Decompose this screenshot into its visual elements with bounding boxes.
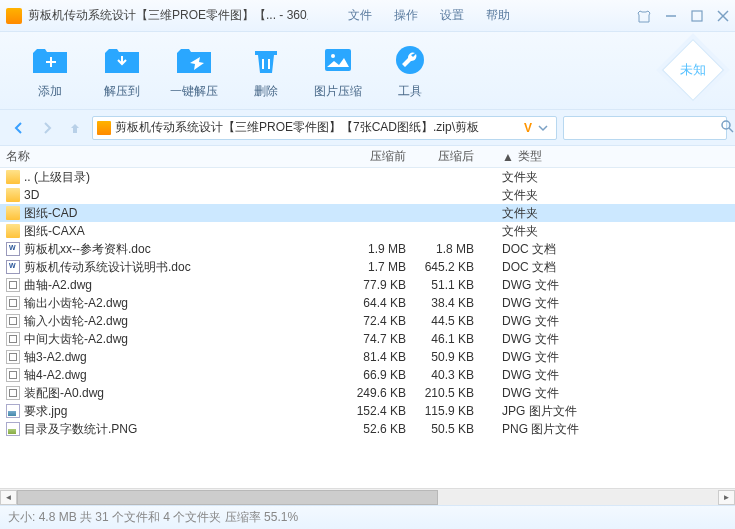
size-after: 50.5 KB bbox=[416, 422, 484, 436]
path-text: 剪板机传动系统设计【三维PROE零件图】【7张CAD图纸】.zip\剪板 bbox=[115, 119, 522, 136]
scroll-track[interactable] bbox=[17, 490, 718, 505]
size-after: 51.1 KB bbox=[416, 278, 484, 292]
table-row[interactable]: .. (上级目录)文件夹 bbox=[0, 168, 735, 186]
file-type: 文件夹 bbox=[484, 187, 634, 204]
one-click-extract-button[interactable]: 一键解压 bbox=[158, 41, 230, 100]
column-type[interactable]: ▲ 类型 bbox=[484, 148, 634, 165]
add-button[interactable]: 添加 bbox=[14, 41, 86, 100]
tools-button[interactable]: 工具 bbox=[374, 41, 446, 100]
path-dropdown-icon[interactable] bbox=[534, 123, 552, 133]
svg-point-9 bbox=[331, 54, 335, 58]
table-row[interactable]: 轴3-A2.dwg81.4 KB50.9 KBDWG 文件 bbox=[0, 348, 735, 366]
window-title: 剪板机传动系统设计【三维PROE零件图】【... - 360压缩 bbox=[28, 7, 308, 24]
menu-settings[interactable]: 设置 bbox=[440, 7, 464, 24]
folder-icon bbox=[6, 170, 20, 184]
doc-icon bbox=[6, 260, 20, 274]
doc-icon bbox=[6, 242, 20, 256]
table-row[interactable]: 3D文件夹 bbox=[0, 186, 735, 204]
column-before[interactable]: 压缩前 bbox=[348, 148, 416, 165]
size-before: 64.4 KB bbox=[348, 296, 416, 310]
file-type: DWG 文件 bbox=[484, 331, 634, 348]
search-input[interactable] bbox=[570, 121, 720, 135]
file-name: .. (上级目录) bbox=[24, 169, 90, 186]
folder-icon bbox=[6, 206, 20, 220]
size-after: 44.5 KB bbox=[416, 314, 484, 328]
svg-rect-1 bbox=[692, 11, 702, 21]
app-icon bbox=[6, 8, 22, 24]
sort-indicator-icon: ▲ bbox=[502, 150, 514, 164]
nav-forward-button[interactable] bbox=[36, 117, 58, 139]
size-after: 645.2 KB bbox=[416, 260, 484, 274]
table-row[interactable]: 中间大齿轮-A2.dwg74.7 KB46.1 KBDWG 文件 bbox=[0, 330, 735, 348]
path-input[interactable]: 剪板机传动系统设计【三维PROE零件图】【7张CAD图纸】.zip\剪板 V bbox=[92, 116, 557, 140]
file-name: 图纸-CAD bbox=[24, 205, 77, 222]
nav-back-button[interactable] bbox=[8, 117, 30, 139]
one-click-label: 一键解压 bbox=[170, 83, 218, 100]
size-before: 77.9 KB bbox=[348, 278, 416, 292]
jpg-icon bbox=[6, 404, 20, 418]
status-text: 大小: 4.8 MB 共 31 个文件和 4 个文件夹 压缩率 55.1% bbox=[8, 509, 298, 526]
file-type: 文件夹 bbox=[484, 169, 634, 186]
folder-icon bbox=[6, 188, 20, 202]
svg-line-12 bbox=[729, 128, 733, 132]
size-before: 1.9 MB bbox=[348, 242, 416, 256]
size-before: 52.6 KB bbox=[348, 422, 416, 436]
table-row[interactable]: 输出小齿轮-A2.dwg64.4 KB38.4 KBDWG 文件 bbox=[0, 294, 735, 312]
table-row[interactable]: 目录及字数统计.PNG52.6 KB50.5 KBPNG 图片文件 bbox=[0, 420, 735, 438]
size-before: 81.4 KB bbox=[348, 350, 416, 364]
size-after: 115.9 KB bbox=[416, 404, 484, 418]
toolbar: 添加 解压到 一键解压 删除 图片压缩 工具 未知 bbox=[0, 32, 735, 110]
scroll-left-button[interactable]: ◄ bbox=[0, 490, 17, 505]
table-row[interactable]: 轴4-A2.dwg66.9 KB40.3 KBDWG 文件 bbox=[0, 366, 735, 384]
file-name: 要求.jpg bbox=[24, 403, 67, 420]
search-box[interactable] bbox=[563, 116, 727, 140]
table-row[interactable]: 输入小齿轮-A2.dwg72.4 KB44.5 KBDWG 文件 bbox=[0, 312, 735, 330]
table-row[interactable]: 图纸-CAXA文件夹 bbox=[0, 222, 735, 240]
table-row[interactable]: 曲轴-A2.dwg77.9 KB51.1 KBDWG 文件 bbox=[0, 276, 735, 294]
format-badge: 未知 bbox=[669, 46, 717, 94]
table-row[interactable]: 剪板机xx--参考资料.doc1.9 MB1.8 MBDOC 文档 bbox=[0, 240, 735, 258]
column-type-label: 类型 bbox=[518, 148, 542, 165]
horizontal-scrollbar[interactable]: ◄ ► bbox=[0, 488, 735, 505]
menu-file[interactable]: 文件 bbox=[348, 7, 372, 24]
trash-icon bbox=[246, 41, 286, 79]
dwg-icon bbox=[6, 332, 20, 346]
maximize-icon[interactable] bbox=[691, 10, 703, 22]
window-controls bbox=[637, 9, 729, 23]
file-type: JPG 图片文件 bbox=[484, 403, 634, 420]
png-icon bbox=[6, 422, 20, 436]
size-before: 249.6 KB bbox=[348, 386, 416, 400]
close-icon[interactable] bbox=[717, 10, 729, 22]
file-name: 目录及字数统计.PNG bbox=[24, 421, 137, 438]
skin-icon[interactable] bbox=[637, 9, 651, 23]
file-type: DWG 文件 bbox=[484, 385, 634, 402]
extract-to-icon bbox=[102, 41, 142, 79]
column-name[interactable]: 名称 bbox=[0, 148, 348, 165]
file-name: 轴3-A2.dwg bbox=[24, 349, 87, 366]
size-after: 210.5 KB bbox=[416, 386, 484, 400]
delete-button[interactable]: 删除 bbox=[230, 41, 302, 100]
image-compress-button[interactable]: 图片压缩 bbox=[302, 41, 374, 100]
table-row[interactable]: 剪板机传动系统设计说明书.doc1.7 MB645.2 KBDOC 文档 bbox=[0, 258, 735, 276]
image-compress-icon bbox=[318, 41, 358, 79]
search-icon[interactable] bbox=[720, 119, 734, 136]
column-after[interactable]: 压缩后 bbox=[416, 148, 484, 165]
nav-up-button[interactable] bbox=[64, 117, 86, 139]
scroll-right-button[interactable]: ► bbox=[718, 490, 735, 505]
minimize-icon[interactable] bbox=[665, 10, 677, 22]
table-row[interactable]: 要求.jpg152.4 KB115.9 KBJPG 图片文件 bbox=[0, 402, 735, 420]
file-type: DWG 文件 bbox=[484, 367, 634, 384]
scroll-thumb[interactable] bbox=[17, 490, 438, 505]
dwg-icon bbox=[6, 386, 20, 400]
table-row[interactable]: 装配图-A0.dwg249.6 KB210.5 KBDWG 文件 bbox=[0, 384, 735, 402]
archive-icon bbox=[97, 121, 111, 135]
extract-to-button[interactable]: 解压到 bbox=[86, 41, 158, 100]
svg-rect-5 bbox=[50, 57, 52, 67]
extract-to-label: 解压到 bbox=[104, 83, 140, 100]
table-row[interactable]: 图纸-CAD文件夹 bbox=[0, 204, 735, 222]
size-after: 38.4 KB bbox=[416, 296, 484, 310]
file-type: DWG 文件 bbox=[484, 277, 634, 294]
size-before: 74.7 KB bbox=[348, 332, 416, 346]
menu-operate[interactable]: 操作 bbox=[394, 7, 418, 24]
menu-help[interactable]: 帮助 bbox=[486, 7, 510, 24]
